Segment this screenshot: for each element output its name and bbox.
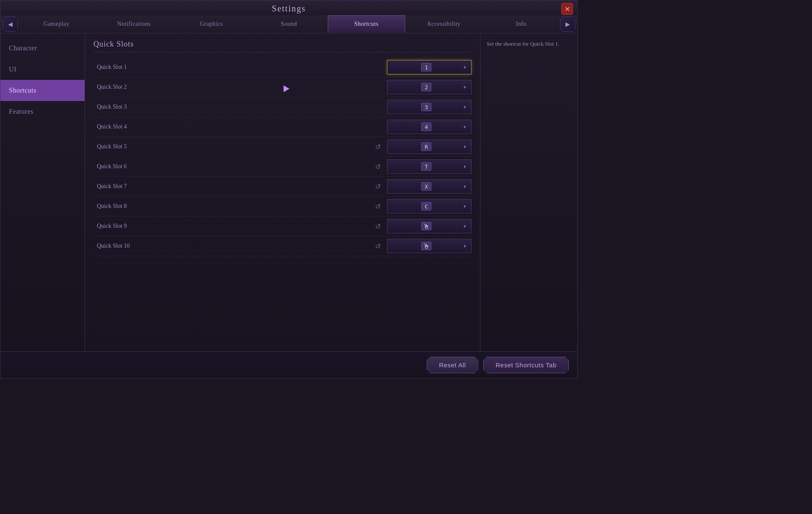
table-row: Quick Slot 2 2 ▼ (93, 77, 472, 97)
key-display: T (392, 162, 461, 171)
main-content: Character UI Shortcuts Features Quick Sl… (0, 33, 577, 351)
tabs-container: Gameplay Notifications Graphics Sound Sh… (18, 15, 560, 33)
key-badge: 4 (421, 123, 431, 131)
dropdown-arrow-icon: ▼ (463, 145, 467, 149)
sidebar-item-ui[interactable]: UI (0, 59, 85, 80)
key-display: 1 (392, 63, 461, 71)
tab-gameplay[interactable]: Gameplay (18, 15, 95, 33)
sidebar-item-features[interactable]: Features (0, 101, 85, 122)
key-display: R (392, 142, 461, 151)
key-select-slot4[interactable]: 4 ▼ (387, 120, 472, 134)
dropdown-arrow-icon: ▼ (463, 125, 467, 129)
dropdown-arrow-icon: ▼ (463, 224, 467, 229)
key-badge: T (421, 162, 431, 171)
key-badge: 🖱 (421, 222, 431, 230)
table-row: Quick Slot 1 1 ▼ (93, 57, 472, 77)
key-select-slot2[interactable]: 2 ▼ (387, 80, 472, 94)
reset-icon[interactable]: ↺ (372, 141, 384, 153)
key-select-slot7[interactable]: X ▼ (387, 179, 472, 194)
dropdown-arrow-icon: ▼ (463, 244, 467, 249)
key-select-slot10[interactable]: 🖱 ▼ (387, 239, 472, 253)
shortcut-label: Quick Slot 9 (93, 223, 372, 230)
shortcuts-table: Quick Slot 1 1 ▼ Quick Slot 2 2 ▼ (93, 57, 472, 256)
shortcut-label: Quick Slot 10 (93, 243, 372, 249)
nav-next-arrow[interactable]: ▶ (560, 16, 575, 32)
tab-navigation: ◀ Gameplay Notifications Graphics Sound … (0, 15, 577, 33)
shortcut-label: Quick Slot 2 (93, 84, 387, 90)
key-badge: 🖱 (421, 242, 431, 250)
tab-shortcuts[interactable]: Shortcuts (328, 15, 405, 33)
reset-icon[interactable]: ↺ (372, 180, 384, 192)
key-display: X (392, 182, 461, 191)
key-display: 🖱 (392, 222, 461, 230)
key-select-slot8[interactable]: C ▼ (387, 199, 472, 213)
dropdown-arrow-icon: ▼ (463, 65, 467, 70)
sidebar: Character UI Shortcuts Features (0, 33, 85, 351)
nav-prev-arrow[interactable]: ◀ (3, 16, 18, 32)
shortcut-label: Quick Slot 6 (93, 163, 372, 170)
dropdown-arrow-icon: ▼ (463, 85, 467, 90)
tab-sound[interactable]: Sound (250, 15, 327, 33)
key-select-slot3[interactable]: 3 ▼ (387, 100, 472, 114)
content-area: Quick Slots Quick Slot 1 1 ▼ Quick Slot … (85, 33, 480, 351)
key-select-slot6[interactable]: T ▼ (387, 159, 472, 174)
info-text: Set the shortcut for Quick Slot 1. (487, 41, 560, 47)
dropdown-arrow-icon: ▼ (463, 184, 467, 189)
shortcut-label: Quick Slot 3 (93, 104, 387, 110)
key-display: 4 (392, 123, 461, 131)
section-title: Quick Slots (93, 40, 472, 52)
reset-icon[interactable]: ↺ (372, 161, 384, 172)
reset-icon[interactable]: ↺ (372, 200, 384, 212)
reset-icon[interactable]: ↺ (372, 240, 384, 252)
shortcut-label: Quick Slot 4 (93, 123, 387, 130)
key-display: C (392, 202, 461, 211)
key-select-slot1[interactable]: 1 ▼ (387, 60, 472, 74)
key-badge: R (421, 142, 431, 151)
table-row: Quick Slot 10 ↺ 🖱 ▼ (93, 236, 472, 256)
key-display: 3 (392, 103, 461, 111)
table-row: Quick Slot 4 4 ▼ (93, 117, 472, 137)
window-title: Settings (272, 4, 306, 14)
key-badge: C (421, 202, 431, 211)
tab-graphics[interactable]: Graphics (173, 15, 250, 33)
tab-info[interactable]: Info (483, 15, 560, 33)
close-button[interactable]: ✕ (561, 3, 573, 15)
table-row: Quick Slot 5 ↺ R ▼ (93, 137, 472, 157)
dropdown-arrow-icon: ▼ (463, 164, 467, 169)
reset-shortcuts-tab-button[interactable]: Reset Shortcuts Tab (483, 357, 569, 373)
table-row: Quick Slot 7 ↺ X ▼ (93, 177, 472, 197)
shortcut-label: Quick Slot 8 (93, 203, 372, 210)
key-select-slot5[interactable]: R ▼ (387, 139, 472, 154)
reset-icon[interactable]: ↺ (372, 220, 384, 232)
key-select-slot9[interactable]: 🖱 ▼ (387, 219, 472, 233)
key-display: 🖱 (392, 242, 461, 250)
bottom-bar: Reset All Reset Shortcuts Tab (0, 351, 577, 378)
sidebar-item-shortcuts[interactable]: Shortcuts (0, 80, 85, 101)
reset-all-button[interactable]: Reset All (427, 357, 478, 373)
settings-window: Settings ✕ ◀ Gameplay Notifications Grap… (0, 0, 578, 379)
title-bar: Settings ✕ (0, 0, 577, 15)
key-badge: X (421, 182, 431, 191)
table-row: Quick Slot 6 ↺ T ▼ (93, 157, 472, 177)
table-row: Quick Slot 8 ↺ C ▼ (93, 197, 472, 216)
sidebar-item-character[interactable]: Character (0, 38, 85, 59)
dropdown-arrow-icon: ▼ (463, 105, 467, 109)
key-badge: 3 (421, 103, 431, 111)
dropdown-arrow-icon: ▼ (463, 204, 467, 209)
tab-accessibility[interactable]: Accessibility (405, 15, 483, 33)
shortcut-label: Quick Slot 1 (93, 64, 387, 71)
table-row: Quick Slot 9 ↺ 🖱 ▼ (93, 216, 472, 236)
tab-notifications[interactable]: Notifications (95, 15, 173, 33)
key-badge: 2 (421, 83, 431, 91)
shortcut-label: Quick Slot 7 (93, 183, 372, 190)
key-display: 2 (392, 83, 461, 91)
table-row: Quick Slot 3 3 ▼ (93, 97, 472, 117)
info-panel: Set the shortcut for Quick Slot 1. (480, 33, 577, 351)
key-badge: 1 (421, 63, 431, 71)
shortcut-label: Quick Slot 5 (93, 143, 372, 150)
